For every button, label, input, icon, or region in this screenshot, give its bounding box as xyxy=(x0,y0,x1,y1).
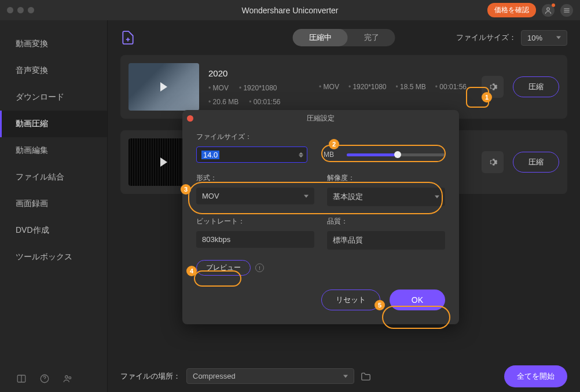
svg-point-8 xyxy=(65,376,68,379)
zoom-window-icon[interactable] xyxy=(28,7,34,13)
info-icon[interactable]: ! xyxy=(255,263,264,272)
notification-dot-icon xyxy=(552,3,555,7)
sidebar-item-screen-record[interactable]: 画面録画 xyxy=(0,190,107,217)
play-icon xyxy=(160,157,167,167)
menu-icon[interactable] xyxy=(560,4,573,17)
bitrate-field-label: ビットレート： xyxy=(196,217,314,226)
filesize-unit: MB xyxy=(324,151,334,159)
sidebar-item-download[interactable]: ダウンロード xyxy=(0,84,107,111)
window-titlebar: Wondershare Uniconverter 価格を確認 xyxy=(0,0,580,20)
sidebar-item-toolbox[interactable]: ツールボックス xyxy=(0,244,107,270)
filesize-select[interactable]: 10% xyxy=(521,30,567,46)
filesize-field-label: ファイルサイズ： xyxy=(196,132,445,142)
sidebar: 動画変換 音声変換 ダウンロード 動画圧縮 動画編集 ファイル結合 画面録画 D… xyxy=(0,20,108,392)
resolution-field-label: 解像度： xyxy=(327,173,445,183)
output-metadata: MOV1920*108018.5 MB00:01:56 xyxy=(319,83,472,91)
svg-point-9 xyxy=(69,377,71,379)
app-title: Wondershare Uniconverter xyxy=(241,6,338,15)
dialog-title: 圧縮設定 xyxy=(307,113,335,123)
sidebar-item-dvd-create[interactable]: DVD作成 xyxy=(0,217,107,244)
sidebar-item-video-convert[interactable]: 動画変換 xyxy=(0,31,107,57)
play-icon xyxy=(160,82,167,91)
resolution-select[interactable]: 基本設定 xyxy=(327,188,445,206)
minimize-window-icon[interactable] xyxy=(17,7,24,13)
tutorial-icon[interactable] xyxy=(16,373,27,384)
tab-done[interactable]: 完了 xyxy=(348,29,395,46)
footer-bar: ファイルの場所： Compressed 全てを開始 xyxy=(108,360,580,392)
preview-button[interactable]: プレビュー xyxy=(196,260,251,276)
annotation-badge-3: 3 xyxy=(181,184,191,195)
slider-thumb[interactable] xyxy=(394,151,401,158)
tab-compressing[interactable]: 圧縮中 xyxy=(293,29,348,46)
sidebar-item-video-compress[interactable]: 動画圧縮 xyxy=(0,111,107,137)
annotation-badge-5: 5 xyxy=(375,300,385,310)
format-field-label: 形式： xyxy=(196,173,314,183)
account-icon[interactable] xyxy=(542,4,555,17)
file-name: 2020 xyxy=(208,68,310,78)
sidebar-item-video-edit[interactable]: 動画編集 xyxy=(0,137,107,164)
status-tabs: 圧縮中 完了 xyxy=(293,29,395,46)
stepper-up-icon[interactable] xyxy=(299,152,303,155)
compress-button[interactable]: 圧縮 xyxy=(513,76,559,97)
quality-value: 標準品質 xyxy=(327,231,445,250)
community-icon[interactable] xyxy=(63,373,73,384)
filesize-slider[interactable] xyxy=(347,153,445,156)
close-window-icon[interactable] xyxy=(7,7,13,13)
open-folder-icon[interactable] xyxy=(360,372,372,381)
location-select[interactable]: Compressed xyxy=(186,368,354,384)
annotation-badge-2: 2 xyxy=(329,139,339,149)
filesize-spinner[interactable]: 14.0 xyxy=(196,146,307,163)
start-all-button[interactable]: 全てを開始 xyxy=(504,365,567,387)
stepper-down-icon[interactable] xyxy=(299,155,303,157)
window-controls[interactable] xyxy=(7,7,34,13)
annotation-badge-4: 4 xyxy=(186,266,197,276)
location-label: ファイルの場所： xyxy=(120,371,181,382)
sidebar-item-audio-convert[interactable]: 音声変換 xyxy=(0,57,107,84)
settings-button[interactable] xyxy=(482,151,504,173)
bitrate-value: 803kbps xyxy=(196,231,314,248)
svg-point-0 xyxy=(547,8,550,10)
top-toolbar: 圧縮中 完了 ファイルサイズ： 10% xyxy=(108,20,580,55)
price-check-button[interactable]: 価格を確認 xyxy=(487,3,536,17)
add-file-icon[interactable] xyxy=(120,30,135,45)
help-icon[interactable] xyxy=(39,373,50,384)
source-metadata: MOV1920*1080 xyxy=(208,84,310,92)
compress-button[interactable]: 圧縮 xyxy=(513,152,559,173)
ok-button[interactable]: OK xyxy=(390,290,445,310)
reset-button[interactable]: リセット xyxy=(321,290,380,310)
annotation-badge-1: 1 xyxy=(482,92,492,102)
sidebar-item-file-merge[interactable]: ファイル結合 xyxy=(0,164,107,190)
source-metadata-2: 20.6 MB00:01:56 xyxy=(208,98,310,106)
video-thumbnail[interactable] xyxy=(129,63,199,111)
compress-settings-dialog: 圧縮設定 ファイルサイズ： 14.0 MB 形式： MOV xyxy=(182,110,459,324)
format-select[interactable]: MOV xyxy=(196,188,314,204)
dialog-close-icon[interactable] xyxy=(187,115,193,122)
filesize-label: ファイルサイズ： xyxy=(456,32,516,43)
quality-field-label: 品質： xyxy=(327,217,445,226)
file-card: 2020 MOV1920*1080 20.6 MB00:01:56 MOV192… xyxy=(120,55,567,119)
